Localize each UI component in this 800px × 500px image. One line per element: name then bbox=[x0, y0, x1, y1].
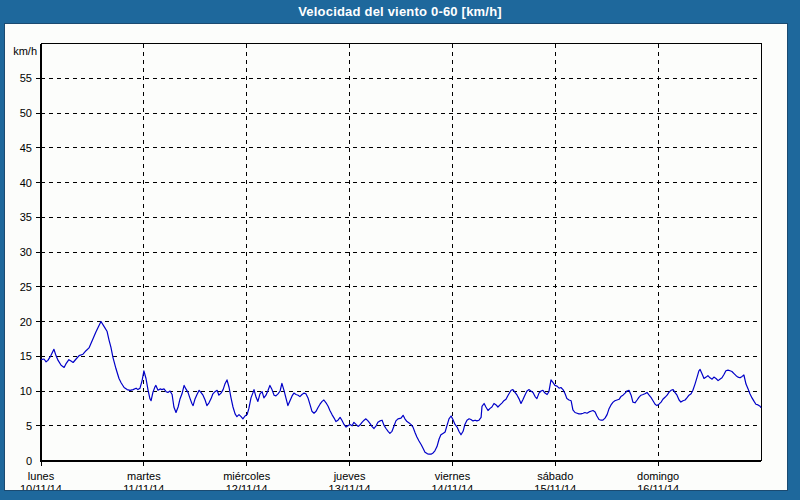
axis-labels: 0510152025303540455055km/hlunes10/11/14m… bbox=[13, 45, 679, 491]
x-day-name-label: miércoles bbox=[223, 470, 271, 482]
chart-title: Velocidad del viento 0-60 [km/h] bbox=[298, 4, 502, 19]
y-tick-label: 25 bbox=[20, 281, 32, 293]
x-day-date-label: 11/11/14 bbox=[123, 483, 164, 491]
x-day-date-label: 13/11/14 bbox=[329, 483, 371, 491]
y-tick-label: 20 bbox=[20, 316, 32, 328]
chart-svg: 0510152025303540455055km/hlunes10/11/14m… bbox=[5, 24, 787, 490]
gridlines bbox=[41, 44, 761, 461]
y-tick-label: 15 bbox=[20, 350, 32, 362]
axes bbox=[36, 44, 761, 466]
x-day-date-label: 15/11/14 bbox=[534, 483, 576, 491]
y-axis-unit-label: km/h bbox=[13, 45, 37, 57]
x-day-name-label: martes bbox=[127, 470, 161, 482]
y-tick-label: 40 bbox=[20, 177, 32, 189]
y-tick-label: 10 bbox=[20, 385, 32, 397]
wind-speed-line bbox=[41, 322, 761, 455]
x-day-date-label: 12/11/14 bbox=[226, 483, 268, 491]
x-day-name-label: lunes bbox=[28, 470, 55, 482]
y-tick-label: 55 bbox=[20, 72, 32, 84]
x-day-name-label: domingo bbox=[637, 470, 679, 482]
y-tick-label: 45 bbox=[20, 142, 32, 154]
x-day-date-label: 16/11/14 bbox=[637, 483, 679, 491]
x-day-name-label: jueves bbox=[333, 470, 366, 482]
x-day-date-label: 10/11/14 bbox=[20, 483, 62, 491]
y-tick-label: 5 bbox=[26, 420, 32, 432]
chart-panel: 0510152025303540455055km/hlunes10/11/14m… bbox=[4, 23, 788, 491]
y-tick-label: 35 bbox=[20, 211, 32, 223]
x-day-date-label: 14/11/14 bbox=[431, 483, 473, 491]
y-tick-label: 50 bbox=[20, 107, 32, 119]
x-day-name-label: sábado bbox=[537, 470, 573, 482]
x-day-name-label: viernes bbox=[435, 470, 471, 482]
y-tick-label: 30 bbox=[20, 246, 32, 258]
title-bar: Velocidad del viento 0-60 [km/h] bbox=[0, 0, 800, 23]
y-tick-label: 0 bbox=[26, 455, 32, 467]
